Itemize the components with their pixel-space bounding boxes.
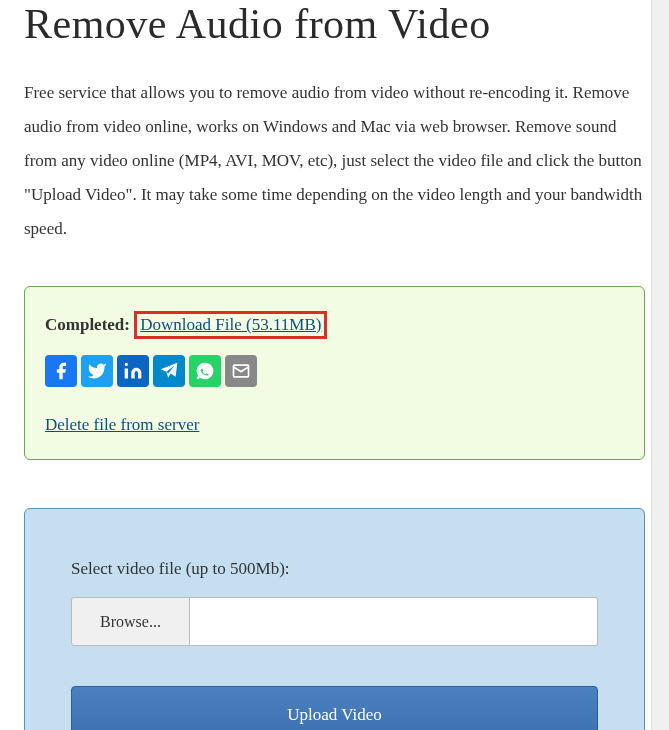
download-link[interactable]: Download File (53.11MB) (134, 311, 327, 339)
linkedin-icon[interactable] (117, 355, 149, 387)
telegram-icon[interactable] (153, 355, 185, 387)
scrollbar-track[interactable] (651, 0, 669, 730)
page-description: Free service that allows you to remove a… (24, 76, 645, 246)
file-name-display (190, 597, 598, 646)
upload-box: Select video file (up to 500Mb): Browse.… (24, 508, 645, 730)
whatsapp-icon[interactable] (189, 355, 221, 387)
social-icons (45, 355, 624, 387)
upload-button[interactable]: Upload Video (71, 686, 598, 730)
email-icon[interactable] (225, 355, 257, 387)
twitter-icon[interactable] (81, 355, 113, 387)
facebook-icon[interactable] (45, 355, 77, 387)
delete-link[interactable]: Delete file from server (45, 415, 199, 434)
status-line: Completed: Download File (53.11MB) (45, 311, 624, 339)
status-label: Completed: (45, 315, 130, 334)
status-box: Completed: Download File (53.11MB) (24, 286, 645, 460)
browse-button[interactable]: Browse... (71, 597, 190, 646)
file-input-wrapper: Browse... (71, 597, 598, 646)
page-title: Remove Audio from Video (24, 0, 645, 48)
upload-label: Select video file (up to 500Mb): (71, 559, 598, 579)
